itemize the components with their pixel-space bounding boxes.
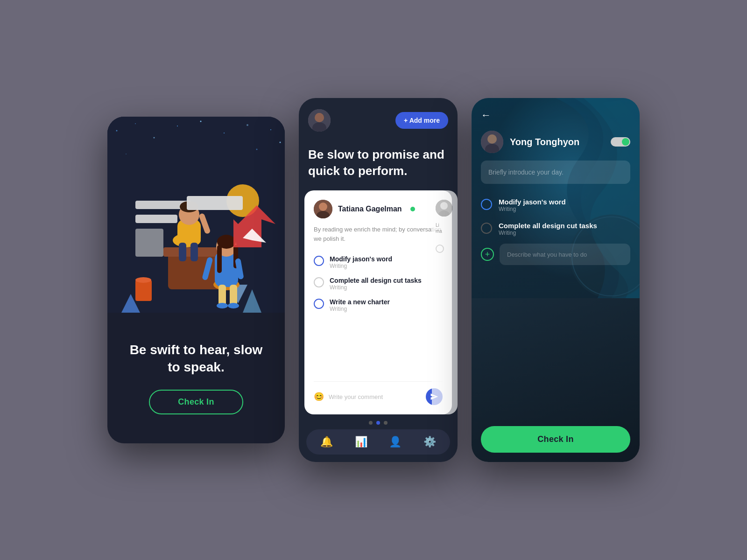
svg-point-44 — [135, 277, 151, 283]
svg-point-38 — [217, 303, 228, 308]
svg-point-11 — [256, 149, 258, 150]
screen2-quote: Be slow to promise and quick to perform. — [299, 139, 458, 190]
screen1-bottom: Be swift to hear, slow to speak. Check I… — [107, 313, 285, 443]
comment-input[interactable]: Write your comment — [329, 393, 421, 400]
svg-point-50 — [319, 203, 327, 211]
card-user-row: Tatiana Gagelman — [314, 200, 443, 218]
task-item-3[interactable]: Write a new charter Writing — [314, 294, 443, 316]
comment-row: 😊 Write your comment — [314, 381, 443, 405]
screen3-task-sub-2: Writing — [499, 230, 597, 236]
phone-screen-3: ← Yong Tonghyon Briefly introduce your d… — [472, 98, 640, 462]
settings-nav-icon[interactable]: ⚙️ — [423, 436, 436, 448]
day-intro-placeholder: Briefly introduce your day. — [488, 168, 564, 176]
screen3-user-name: Yong Tonghyon — [510, 137, 604, 147]
task-checkbox-2[interactable] — [314, 277, 324, 287]
task-checkbox-1[interactable] — [314, 256, 324, 266]
task-sub-3: Writing — [330, 306, 390, 312]
emoji-icon[interactable]: 😊 — [314, 392, 324, 402]
screen3-task-1[interactable]: Modify jason's word Writing — [481, 193, 630, 217]
carousel-dots — [299, 414, 458, 429]
svg-point-8 — [270, 129, 271, 130]
svg-rect-13 — [135, 215, 177, 223]
screen2-user-avatar — [308, 109, 331, 132]
person-nav-icon[interactable]: 👤 — [389, 436, 402, 448]
svg-point-53 — [440, 202, 448, 210]
add-more-button[interactable]: + Add more — [395, 112, 448, 129]
phone-screen-1: Be swift to hear, slow to speak. Check I… — [107, 117, 285, 443]
illustration-area — [107, 117, 285, 313]
screen3-content: ← Yong Tonghyon Briefly introduce your d… — [472, 98, 640, 462]
svg-rect-14 — [135, 229, 163, 257]
card-user-quote: By reading we enrich the mind; by conver… — [314, 225, 443, 243]
task-item-1[interactable]: Modify jason's word Writing — [314, 252, 443, 273]
dot-2[interactable] — [376, 421, 380, 425]
dot-1 — [369, 421, 373, 425]
online-indicator — [410, 207, 415, 211]
add-task-button[interactable]: + — [481, 248, 494, 261]
svg-point-4 — [177, 126, 178, 126]
card-peek: Lima — [432, 190, 458, 414]
svg-point-2 — [135, 123, 136, 124]
screen3-checkin-button[interactable]: Check In — [481, 426, 630, 453]
task-checkbox-3[interactable] — [314, 299, 324, 309]
dot-3 — [384, 421, 388, 425]
svg-rect-26 — [179, 243, 186, 261]
svg-rect-37 — [230, 285, 237, 306]
svg-point-6 — [224, 133, 225, 133]
svg-rect-36 — [218, 285, 226, 306]
task-sub-1: Writing — [330, 263, 392, 269]
svg-point-48 — [315, 113, 324, 121]
screen3-task-checkbox-2[interactable] — [481, 223, 492, 234]
svg-rect-42 — [187, 196, 243, 210]
svg-point-10 — [126, 154, 127, 154]
screen2-header: + Add more — [299, 98, 458, 139]
cards-area: Tatiana Gagelman By reading we enrich th… — [299, 190, 458, 414]
bell-nav-icon[interactable]: 🔔 — [320, 436, 333, 448]
svg-point-1 — [116, 130, 118, 132]
screen3-user-avatar — [481, 131, 503, 153]
status-toggle[interactable] — [611, 137, 630, 147]
task-sub-2: Writing — [330, 284, 422, 291]
user-row: Yong Tonghyon — [481, 131, 630, 153]
task-title-2: Complete all design cut tasks — [330, 277, 422, 284]
day-intro-box[interactable]: Briefly introduce your day. — [481, 161, 630, 184]
task-title-1: Modify jason's word — [330, 255, 392, 263]
bottom-navigation: 🔔 📊 👤 ⚙️ — [306, 429, 450, 455]
svg-point-59 — [487, 134, 497, 144]
task-card-main: Tatiana Gagelman By reading we enrich th… — [304, 190, 452, 414]
svg-point-5 — [200, 121, 202, 122]
screen3-task-title-1: Modify jason's word — [499, 198, 566, 206]
screen3-task-sub-1: Writing — [499, 206, 566, 212]
svg-rect-32 — [217, 245, 222, 273]
task-item-2[interactable]: Complete all design cut tasks Writing — [314, 273, 443, 294]
svg-point-9 — [280, 142, 281, 143]
screen3-task-checkbox-1[interactable] — [481, 199, 492, 210]
svg-point-7 — [247, 124, 248, 126]
screen3-task-2[interactable]: Complete all design cut tasks Writing — [481, 217, 630, 241]
screen3-task-title-2: Complete all design cut tasks — [499, 222, 597, 230]
describe-task-box[interactable]: Describe what you have to do — [500, 244, 630, 265]
svg-rect-27 — [190, 243, 198, 261]
screen1-checkin-button[interactable]: Check In — [149, 390, 243, 414]
card-user-avatar — [314, 200, 332, 218]
back-button[interactable]: ← — [481, 109, 630, 121]
svg-rect-43 — [135, 280, 152, 301]
card-user-name: Tatiana Gagelman — [338, 205, 402, 213]
describe-placeholder: Describe what you have to do — [507, 251, 587, 258]
phone-screen-2: + Add more Be slow to promise and quick … — [299, 98, 458, 462]
svg-point-39 — [228, 303, 239, 308]
add-task-row: + Describe what you have to do — [481, 244, 630, 265]
svg-point-3 — [154, 137, 155, 139]
task-title-3: Write a new charter — [330, 298, 390, 306]
screen1-quote: Be swift to hear, slow to speak. — [126, 342, 266, 376]
chart-nav-icon[interactable]: 📊 — [355, 436, 367, 448]
